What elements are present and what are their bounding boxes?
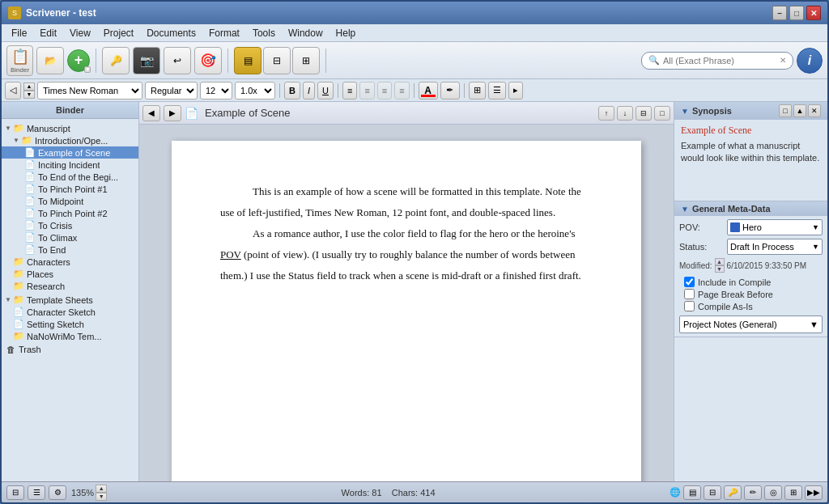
highlight-button[interactable]: ✒	[440, 82, 460, 100]
list-button[interactable]: ☰	[488, 82, 506, 100]
tree-item-pinch2[interactable]: 📄 To Pinch Point #2	[2, 207, 138, 219]
bookmark-button[interactable]: ↑	[598, 106, 614, 121]
format-more-button[interactable]: ▸	[508, 82, 523, 100]
split-horz-button[interactable]: ⊟	[263, 47, 291, 74]
tree-item-climax[interactable]: 📄 To Climax	[2, 231, 138, 244]
fullscreen-button[interactable]: □	[654, 106, 670, 121]
search-input[interactable]	[663, 56, 776, 66]
lock-button[interactable]: 🔑	[102, 47, 130, 74]
words-count: Words: 81	[342, 488, 382, 498]
status-btn-list[interactable]: ☰	[28, 485, 45, 500]
date-up-button[interactable]: ▲	[715, 258, 725, 265]
status-btn-settings[interactable]: ⚙	[49, 485, 66, 500]
date-down-button[interactable]: ▼	[715, 265, 725, 273]
more-status-btn[interactable]: ▶▶	[805, 485, 823, 500]
target-button[interactable]: 🎯	[194, 47, 222, 74]
font-family-select[interactable]: Times New Roman	[37, 82, 142, 100]
menu-view[interactable]: View	[63, 26, 97, 40]
font-size-down[interactable]: ▼	[23, 91, 35, 99]
add-dropdown-icon[interactable]: ▼	[84, 66, 91, 73]
view-single-btn[interactable]: ▤	[683, 485, 701, 500]
tree-item-manuscript[interactable]: ▼ 📁 Manuscript	[2, 122, 138, 134]
binder-button[interactable]: 📋 Binder	[6, 45, 33, 76]
split-vert-button[interactable]: ⊞	[292, 47, 320, 74]
align-justify-button[interactable]: ≡	[394, 82, 409, 100]
status-row: Status: Draft In Process ▼	[679, 239, 823, 255]
info-button[interactable]: i	[797, 48, 823, 74]
compile-as-is-checkbox[interactable]	[684, 301, 695, 311]
target-status-btn[interactable]: ◎	[764, 485, 782, 500]
font-color-button[interactable]: A	[419, 82, 438, 100]
menu-edit[interactable]: Edit	[33, 26, 63, 40]
include-compile-checkbox[interactable]	[684, 277, 695, 287]
table-button[interactable]: ⊞	[469, 82, 486, 100]
synopsis-btn-1[interactable]: □	[779, 104, 792, 117]
menu-file[interactable]: File	[5, 26, 33, 40]
tree-item-template-sheets[interactable]: ▼ 📁 Template Sheets	[2, 294, 138, 306]
status-select[interactable]: Draft In Process ▼	[727, 239, 823, 255]
align-right-button[interactable]: ≡	[377, 82, 392, 100]
tree-item-trash[interactable]: 🗑 Trash	[2, 344, 138, 355]
menu-format[interactable]: Format	[202, 26, 246, 40]
menu-project[interactable]: Project	[97, 26, 140, 40]
font-style-select[interactable]: Regular	[145, 82, 198, 100]
tree-item-characters[interactable]: 📁 Characters	[2, 256, 138, 268]
menu-tools[interactable]: Tools	[246, 26, 282, 40]
share-status-btn[interactable]: ⊞	[784, 485, 802, 500]
line-spacing-select[interactable]: 1.0x	[235, 82, 275, 100]
minimize-button[interactable]: –	[772, 6, 787, 20]
menu-window[interactable]: Window	[282, 26, 329, 40]
underline-button[interactable]: U	[317, 82, 334, 100]
italic-button[interactable]: I	[303, 82, 315, 100]
tree-item-toend[interactable]: 📄 To End	[2, 244, 138, 256]
editor-page[interactable]: This is an example of how a scene will b…	[172, 141, 641, 481]
menu-help[interactable]: Help	[329, 26, 363, 40]
tree-item-setting-sketch[interactable]: 📄 Setting Sketch	[2, 318, 138, 330]
view-split-btn[interactable]: ⊟	[704, 485, 721, 500]
back-button[interactable]: ◀	[142, 105, 160, 121]
single-view-button[interactable]: ▤	[234, 47, 261, 74]
notes-select[interactable]: Project Notes (General) ▼	[679, 316, 823, 333]
tree-item-crisis[interactable]: 📄 To Crisis	[2, 219, 138, 231]
lock-status-btn[interactable]: 🔑	[724, 485, 742, 500]
zoom-up-button[interactable]: ▲	[96, 485, 107, 493]
format-undo-button[interactable]: ◁	[5, 82, 21, 100]
font-size-up[interactable]: ▲	[23, 83, 35, 91]
snapshot-button[interactable]: 📷	[133, 47, 160, 74]
highlight-icon: ✒	[446, 85, 453, 95]
align-center-button[interactable]: ≡	[359, 82, 374, 100]
doc-icon-toend-beg: 📄	[24, 172, 36, 182]
menu-documents[interactable]: Documents	[140, 26, 202, 40]
synopsis-btn-2[interactable]: ▲	[793, 104, 806, 117]
split-button[interactable]: ⊟	[636, 106, 652, 121]
synopsis-btn-3[interactable]: ✕	[808, 104, 821, 117]
font-size-stepper[interactable]: ▲ ▼	[23, 83, 35, 99]
tree-item-pinch1[interactable]: 📄 To Pinch Point #1	[2, 183, 138, 195]
bold-button[interactable]: B	[284, 82, 300, 100]
tree-item-char-sketch[interactable]: 📄 Character Sketch	[2, 306, 138, 318]
close-button[interactable]: ✕	[806, 6, 821, 20]
status-btn-bookmark[interactable]: ⊟	[6, 485, 24, 500]
pov-select[interactable]: Hero ▼	[727, 219, 823, 235]
tree-item-example-scene[interactable]: 📄 Example of Scene	[2, 146, 138, 159]
tree-item-places[interactable]: 📁 Places	[2, 268, 138, 280]
tree-item-toend-beg[interactable]: 📄 To End of the Begi...	[2, 171, 138, 183]
flag-button[interactable]: ↓	[617, 106, 633, 121]
align-left-button[interactable]: ≡	[342, 82, 357, 100]
tree-item-inciting[interactable]: 📄 Inciting Incident	[2, 159, 138, 171]
font-size-select[interactable]: 12	[200, 82, 232, 100]
search-clear-icon[interactable]: ✕	[780, 56, 786, 65]
zoom-down-button[interactable]: ▼	[96, 493, 107, 501]
maximize-button[interactable]: □	[789, 6, 804, 20]
forward-button[interactable]: ▶	[164, 105, 181, 121]
bookmark-status-btn[interactable]: ✏	[744, 485, 762, 500]
undo-button[interactable]: ↩	[164, 47, 191, 74]
tree-item-intro[interactable]: ▼ 📁 Introduction/Ope...	[2, 134, 138, 146]
add-button[interactable]: + ▼	[67, 49, 90, 72]
page-break-checkbox[interactable]	[684, 289, 695, 299]
open-folder-button[interactable]: 📂	[36, 47, 64, 74]
tree-item-midpoint[interactable]: 📄 To Midpoint	[2, 195, 138, 207]
tree-item-nanowrimo[interactable]: 📁 NaNoWriMo Tem...	[2, 330, 138, 342]
add-icon: +	[74, 52, 83, 69]
tree-item-research[interactable]: 📁 Research	[2, 280, 138, 292]
